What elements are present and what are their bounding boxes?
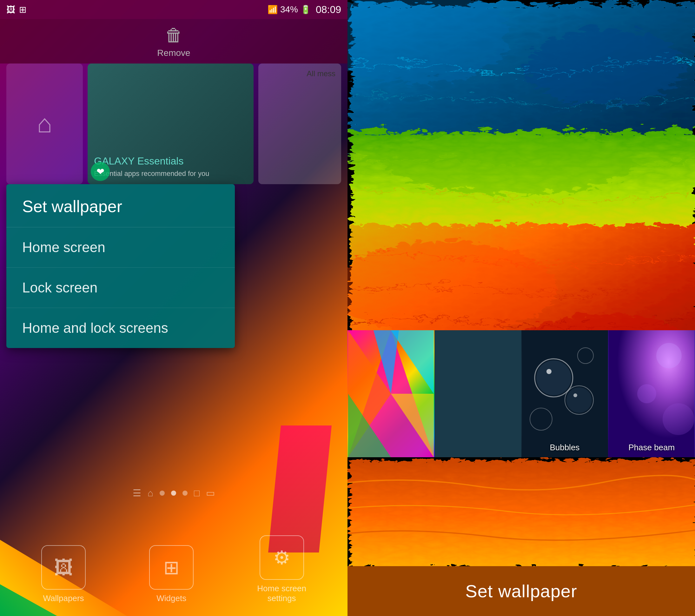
galaxy-essentials-card[interactable]: ❤ GALAXY Essentials Essential apps recom… [88,64,254,184]
thumb-colorful[interactable] [348,330,435,457]
signal-icon: 📶 [268,5,278,15]
messages-label: All mess [304,67,338,81]
thumb-dots[interactable] [435,330,521,457]
svg-point-18 [536,361,571,395]
widgets-label: Widgets [156,594,186,603]
home-icon: ⌂ [37,109,52,138]
widgets-icon-item[interactable]: ⊞ Widgets [149,545,193,603]
rect-nav-icon: ▭ [206,487,215,499]
menu-item-home-lock[interactable]: Home and lock screens [6,308,235,348]
svg-point-27 [637,384,656,403]
set-wallpaper-bar[interactable]: Set wallpaper [348,566,695,616]
home-nav-icon: ⌂ [148,488,153,499]
svg-point-23 [546,369,551,374]
widgets-icon: ⊞ [164,556,179,579]
svg-rect-29 [348,457,695,566]
wallpapers-icon-item[interactable]: 🖼 Wallpapers [41,545,86,603]
home-settings-icon: ⚙ [273,547,290,569]
home-settings-label: Home screensettings [257,584,306,603]
svg-point-6 [379,127,633,190]
battery-text: 34% [280,4,298,15]
bottom-icons-row: 🖼 Wallpapers ⊞ Widgets ⚙ Home screensett… [0,535,348,603]
wallpaper-bottom [348,457,695,566]
widgets-icon-box: ⊞ [149,545,193,590]
status-bar: 🖼 ⊞ 📶 34% 🔋 08:09 [0,0,348,19]
bottom-nav-dots: ☰ ⌂ □ ▭ [0,487,348,499]
remove-area: 🗑 Remove [0,19,348,64]
cards-area: ⌂ ❤ GALAXY Essentials Essential apps rec… [6,64,341,184]
menu-item-home-lock-label: Home and lock screens [22,320,168,336]
remove-label: Remove [157,48,190,58]
status-left-icons: 🖼 ⊞ [6,4,26,15]
left-panel: 🖼 ⊞ 📶 34% 🔋 08:09 🗑 Remove ⌂ ❤ GALAXY Es… [0,0,348,616]
galaxy-title: GALAXY Essentials [94,155,247,167]
screenshot-icon: 🖼 [6,4,15,15]
menu-item-home-screen[interactable]: Home screen [6,227,235,268]
menu-title: Set wallpaper [22,197,122,216]
thumb-phase-beam-label: Phase beam [608,443,695,452]
health-icon: ❤ [91,162,110,181]
thumb-bubbles[interactable]: Bubbles [521,330,608,457]
messages-card[interactable]: All mess [258,64,341,184]
galaxy-subtitle: Essential apps recommended for you [94,169,247,178]
set-wallpaper-menu: Set wallpaper Home screen Lock screen Ho… [6,184,235,348]
menu-header: Set wallpaper [6,184,235,227]
sync-icon: ⊞ [19,4,26,15]
set-wallpaper-button-label: Set wallpaper [465,581,577,601]
menu-item-lock-screen-label: Lock screen [22,280,98,295]
wallpapers-icon: 🖼 [54,556,73,579]
wallpapers-icon-box: 🖼 [41,545,86,590]
thumb-phase-beam[interactable]: Phase beam [608,330,695,457]
clock: 08:09 [316,4,341,16]
trash-icon: 🗑 [165,25,183,45]
status-right-icons: 📶 34% 🔋 08:09 [268,4,341,16]
home-settings-icon-box: ⚙ [259,535,304,580]
home-settings-icon-item[interactable]: ⚙ Home screensettings [257,535,306,603]
battery-icon: 🔋 [301,5,311,15]
svg-rect-15 [435,330,521,457]
right-panel: Bubbles Phase beam [348,0,695,616]
svg-point-24 [573,394,577,397]
menu-item-home-screen-label: Home screen [22,239,105,255]
menu-bars-icon: ☰ [133,487,141,499]
thumb-bubbles-label: Bubbles [521,443,608,452]
wallpapers-label: Wallpapers [43,594,84,603]
square-nav-icon: □ [194,488,200,499]
svg-point-26 [656,343,682,368]
svg-point-5 [522,26,681,102]
nav-dot-1 [159,490,165,496]
thumbnail-strip: Bubbles Phase beam [348,330,695,457]
menu-item-lock-screen[interactable]: Lock screen [6,268,235,308]
nav-dot-3 [183,490,188,496]
nav-dot-2 [171,490,176,496]
svg-point-28 [663,403,694,435]
svg-point-20 [566,387,592,413]
home-screen-card[interactable]: ⌂ [6,64,83,184]
